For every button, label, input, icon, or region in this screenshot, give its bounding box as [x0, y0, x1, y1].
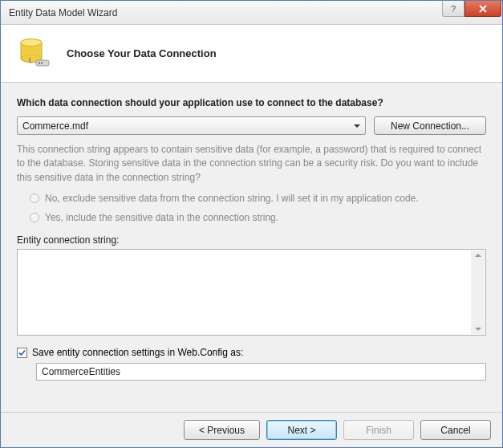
previous-label: < Previous	[199, 425, 245, 436]
next-button[interactable]: Next >	[266, 420, 337, 440]
radio-exclude: No, exclude sensitive data from the conn…	[30, 193, 486, 204]
svg-rect-4	[39, 62, 40, 64]
finish-label: Finish	[366, 425, 391, 436]
radio-exclude-label: No, exclude sensitive data from the conn…	[45, 193, 419, 204]
radio-include: Yes, include the sensitive data in the c…	[30, 212, 486, 223]
titlebar: Entity Data Model Wizard ?	[1, 1, 502, 25]
finish-button: Finish	[343, 420, 414, 440]
radio-icon	[30, 193, 39, 203]
connection-dropdown-value: Commerce.mdf	[22, 120, 88, 132]
close-button[interactable]	[464, 1, 501, 17]
next-label: Next >	[287, 425, 315, 436]
prompt-label: Which data connection should your applic…	[17, 97, 486, 108]
new-connection-label: New Connection...	[391, 120, 469, 132]
conn-string-textarea[interactable]	[17, 249, 486, 336]
svg-point-1	[21, 39, 42, 46]
scrollbar[interactable]	[471, 250, 485, 334]
new-connection-button[interactable]: New Connection...	[374, 116, 486, 135]
check-icon	[18, 348, 26, 357]
connection-row: Commerce.mdf New Connection...	[17, 116, 486, 135]
save-settings-row: Save entity connection settings in Web.C…	[17, 347, 486, 358]
wizard-footer: < Previous Next > Finish Cancel	[1, 412, 502, 447]
cancel-label: Cancel	[440, 425, 470, 436]
window-title: Entity Data Model Wizard	[9, 7, 117, 18]
help-button[interactable]: ?	[442, 1, 464, 17]
save-settings-label: Save entity connection settings in Web.C…	[32, 347, 243, 358]
sensitive-info-text: This connection string appears to contai…	[17, 143, 486, 185]
page-title: Choose Your Data Connection	[67, 47, 217, 59]
radio-include-label: Yes, include the sensitive data in the c…	[45, 212, 278, 223]
scroll-up-icon	[475, 254, 481, 257]
save-settings-checkbox[interactable]	[17, 348, 27, 358]
svg-rect-5	[41, 62, 43, 64]
connection-dropdown[interactable]: Commerce.mdf	[17, 116, 366, 135]
chevron-down-icon	[354, 124, 360, 128]
previous-button[interactable]: < Previous	[184, 420, 260, 440]
cancel-button[interactable]: Cancel	[420, 420, 491, 440]
window-controls: ?	[442, 1, 502, 18]
database-icon	[17, 36, 52, 71]
save-name-input[interactable]	[36, 363, 486, 381]
conn-string-label: Entity connection string:	[17, 234, 486, 246]
wizard-content: Which data connection should your applic…	[1, 83, 502, 412]
scroll-down-icon	[475, 328, 481, 331]
radio-icon	[30, 213, 39, 222]
close-icon	[478, 4, 488, 14]
wizard-header: Choose Your Data Connection	[1, 25, 502, 83]
